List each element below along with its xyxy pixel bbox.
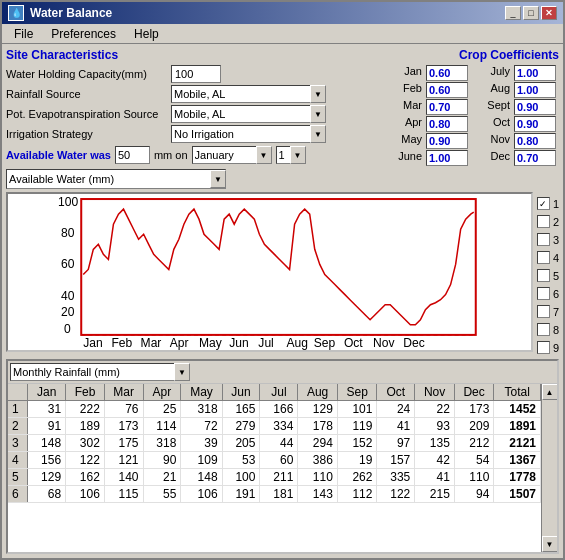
water-holding-input[interactable]: [171, 65, 221, 83]
pet-arrow-icon[interactable]: ▼: [310, 105, 326, 123]
svg-text:20: 20: [61, 305, 75, 319]
checkbox-7[interactable]: [537, 305, 550, 318]
check-label-1: 1: [553, 198, 559, 210]
cell-mar-6: 115: [104, 486, 143, 503]
pet-select[interactable]: Mobile, AL: [171, 105, 326, 123]
cell-oct-3: 97: [377, 435, 415, 452]
cell-may-3: 39: [181, 435, 222, 452]
cell-jun-2: 279: [222, 418, 260, 435]
maximize-button[interactable]: □: [523, 6, 539, 20]
cell-oct-4: 157: [377, 452, 415, 469]
coeff-mar-input[interactable]: [426, 99, 468, 115]
cell-jan-5: 129: [28, 469, 66, 486]
cell-aug-4: 386: [298, 452, 338, 469]
check-row-5: 5: [537, 267, 559, 284]
checkbox-1[interactable]: ✓: [537, 197, 550, 210]
table-select-arrow-icon[interactable]: ▼: [174, 363, 190, 381]
cell-jun-6: 191: [222, 486, 260, 503]
cell-oct-5: 335: [377, 469, 415, 486]
rainfall-select[interactable]: Mobile, AL: [171, 85, 326, 103]
cell-sep-3: 152: [337, 435, 377, 452]
svg-text:Sep: Sep: [314, 336, 336, 350]
chart-selector-row: Available Water (mm) ▼: [6, 169, 533, 189]
cell-may-5: 148: [181, 469, 222, 486]
coeff-jan-input[interactable]: [426, 65, 468, 81]
cell-oct-2: 41: [377, 418, 415, 435]
svg-text:60: 60: [61, 257, 75, 271]
chart-type-select[interactable]: Available Water (mm): [6, 169, 226, 189]
cell-jun-3: 205: [222, 435, 260, 452]
avail-month-arrow-icon[interactable]: ▼: [256, 146, 272, 164]
cell-total-1: 1452: [494, 401, 541, 418]
rainfall-arrow-icon[interactable]: ▼: [310, 85, 326, 103]
cell-total-5: 1778: [494, 469, 541, 486]
rainfall-select-wrapper: Mobile, AL ▼: [171, 85, 326, 103]
cell-oct-1: 24: [377, 401, 415, 418]
water-holding-row: Water Holding Capacity(mm): [6, 65, 383, 83]
table-body: 1312227625318165166129101242217314522911…: [8, 401, 541, 503]
checkbox-5[interactable]: [537, 269, 550, 282]
checkbox-6[interactable]: [537, 287, 550, 300]
coeff-sept-input[interactable]: [514, 99, 556, 115]
table-row: 66810611555106191181143112122215941507: [8, 486, 541, 503]
coeff-dec-input[interactable]: [514, 150, 556, 166]
coeff-feb-input[interactable]: [426, 82, 468, 98]
coeff-may-input[interactable]: [426, 133, 468, 149]
irrigation-select[interactable]: No Irrigation: [171, 125, 326, 143]
coeff-july-input[interactable]: [514, 65, 556, 81]
coeff-june-input[interactable]: [426, 150, 468, 166]
coeff-dec-label: Dec: [475, 150, 510, 166]
table-row: 31483021753183920544294152971352122121: [8, 435, 541, 452]
cell-nov-6: 215: [415, 486, 455, 503]
col-header-feb: Feb: [66, 384, 105, 401]
cell-feb-5: 162: [66, 469, 105, 486]
table-row: 2911891731147227933417811941932091891: [8, 418, 541, 435]
avail-day-arrow-icon[interactable]: ▼: [290, 146, 306, 164]
check-row-1: ✓ 1: [537, 195, 559, 212]
pet-label: Pot. Evapotranspiration Source: [6, 108, 171, 120]
cell-apr-2: 114: [143, 418, 181, 435]
coeff-nov-label: Nov: [475, 133, 510, 149]
irrigation-arrow-icon[interactable]: ▼: [310, 125, 326, 143]
checkbox-9[interactable]: [537, 341, 550, 354]
chart-select-arrow-icon[interactable]: ▼: [210, 170, 226, 188]
cell-sep-5: 262: [337, 469, 377, 486]
table-type-select[interactable]: Monthly Rainfall (mm): [10, 363, 190, 381]
cell-jul-5: 211: [260, 469, 298, 486]
checkbox-8[interactable]: [537, 323, 550, 336]
cell-row-1: 1: [8, 401, 28, 418]
checkbox-3[interactable]: [537, 233, 550, 246]
svg-text:Dec: Dec: [403, 336, 424, 350]
avail-water-input[interactable]: [115, 146, 150, 164]
coeff-aug-input[interactable]: [514, 82, 556, 98]
scroll-down-button[interactable]: ▼: [542, 536, 558, 552]
menu-preferences[interactable]: Preferences: [43, 25, 124, 43]
check-row-7: 7: [537, 303, 559, 320]
check-label-7: 7: [553, 306, 559, 318]
irrigation-select-wrapper: No Irrigation ▼: [171, 125, 326, 143]
cell-feb-1: 222: [66, 401, 105, 418]
cell-feb-6: 106: [66, 486, 105, 503]
cell-total-3: 2121: [494, 435, 541, 452]
check-row-9: 9: [537, 339, 559, 356]
scroll-up-button[interactable]: ▲: [542, 384, 558, 400]
minimize-button[interactable]: _: [505, 6, 521, 20]
cell-jan-3: 148: [28, 435, 66, 452]
menu-file[interactable]: File: [6, 25, 41, 43]
cell-row-3: 3: [8, 435, 28, 452]
svg-text:Jun: Jun: [229, 336, 248, 350]
chart-checkboxes: ✓ 1 2 3 4 5: [537, 169, 559, 356]
cell-apr-4: 90: [143, 452, 181, 469]
chart-svg: 100 80 60 40 20 0 Jan: [8, 194, 531, 350]
menu-help[interactable]: Help: [126, 25, 167, 43]
checkbox-2[interactable]: [537, 215, 550, 228]
svg-text:80: 80: [61, 226, 75, 240]
avail-water-unit: mm on: [154, 149, 188, 161]
coeff-oct-input[interactable]: [514, 116, 556, 132]
col-header-nov: Nov: [415, 384, 455, 401]
checkbox-4[interactable]: [537, 251, 550, 264]
close-button[interactable]: ✕: [541, 6, 557, 20]
coeff-nov-input[interactable]: [514, 133, 556, 149]
coeff-apr-input[interactable]: [426, 116, 468, 132]
site-char-title: Site Characteristics: [6, 48, 383, 62]
